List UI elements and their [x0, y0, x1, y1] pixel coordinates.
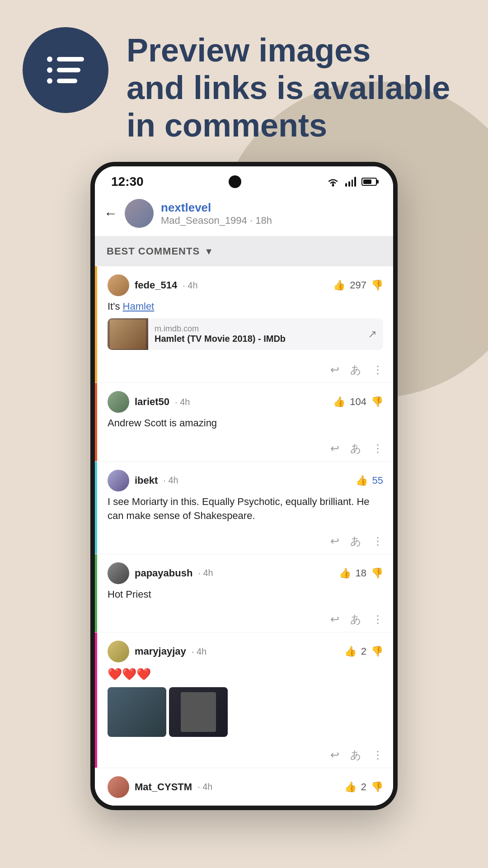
comment-text: I see Moriarty in this. Equally Psychoti…: [108, 495, 383, 523]
thumbdown-icon[interactable]: 👎: [371, 567, 383, 579]
comment-text: Hot Priest: [108, 588, 383, 602]
avatar: [108, 641, 129, 662]
avatar: [108, 391, 129, 413]
translate-icon[interactable]: あ: [350, 534, 361, 548]
comment-votes: 👍 297 👎: [333, 279, 383, 291]
comment-header: maryjayjay · 4h 👍 2 👎: [108, 641, 383, 662]
comment-text: Andrew Scott is amazing: [108, 416, 383, 430]
signal-icon: [345, 177, 356, 187]
comment-content: papayabush · 4h 👍 18 👎 Hot Priest: [95, 554, 393, 610]
comment-username: papayabush: [135, 567, 192, 579]
vote-count: 297: [350, 279, 366, 291]
comment-time: · 4h: [197, 782, 212, 792]
comment-content: fede_514 · 4h 👍 297 👎 It's Hamlet: [95, 266, 393, 360]
vote-count: 2: [361, 781, 366, 793]
image-thumbnail[interactable]: [108, 687, 166, 737]
comment-votes: 👍 55: [356, 475, 383, 486]
reply-icon[interactable]: ↩: [330, 442, 339, 455]
more-icon[interactable]: ⋮: [372, 442, 383, 455]
comment-bar: [95, 554, 97, 632]
more-icon[interactable]: ⋮: [372, 363, 383, 376]
comment-time: · 4h: [192, 646, 206, 657]
post-author-info: nextlevel Mad_Season_1994 · 18h: [161, 201, 382, 226]
reply-icon[interactable]: ↩: [330, 535, 339, 547]
thumbup-icon[interactable]: 👍: [333, 279, 345, 291]
reply-icon[interactable]: ↩: [330, 363, 339, 376]
post-author-avatar: [125, 199, 154, 228]
comment-votes: 👍 18 👎: [339, 567, 383, 579]
vote-count: 55: [372, 475, 383, 486]
translate-icon[interactable]: あ: [350, 441, 361, 456]
avatar: [108, 562, 129, 584]
back-button[interactable]: ←: [104, 206, 117, 221]
comment-user: ibekt · 4h: [108, 470, 178, 491]
external-link-icon[interactable]: ↗: [361, 321, 383, 347]
thumbup-icon[interactable]: 👍: [344, 646, 357, 657]
comment-header: Mat_CYSTM · 4h 👍 2 👎: [108, 776, 383, 798]
comment-bar: [95, 266, 97, 382]
comment-item: papayabush · 4h 👍 18 👎 Hot Priest ↩ あ: [95, 554, 393, 633]
thumbup-icon[interactable]: 👍: [333, 396, 345, 408]
reply-icon[interactable]: ↩: [330, 749, 339, 761]
filter-dropdown-icon: ▼: [204, 246, 213, 257]
post-author-name[interactable]: nextlevel: [161, 201, 382, 215]
comment-content: ibekt · 4h 👍 55 I see Moriarty in this. …: [95, 462, 393, 531]
thumbup-icon[interactable]: 👍: [344, 781, 357, 793]
comment-bar: [95, 462, 97, 554]
image-thumbnail[interactable]: [169, 687, 228, 737]
comment-actions: ↩ あ ⋮: [95, 360, 393, 382]
camera-cutout: [229, 175, 241, 188]
comment-user: Mat_CYSTM · 4h: [108, 776, 212, 798]
phone-mockup-container: 12:30: [0, 162, 488, 810]
comment-text: It's Hamlet: [108, 300, 383, 314]
comment-header: fede_514 · 4h 👍 297 👎: [108, 274, 383, 296]
more-icon[interactable]: ⋮: [372, 613, 383, 626]
comment-header: lariet50 · 4h 👍 104 👎: [108, 391, 383, 413]
wifi-icon: [326, 177, 340, 187]
comment-content: maryjayjay · 4h 👍 2 👎 ❤️❤️❤️: [95, 632, 393, 745]
comment-bar: [95, 383, 97, 461]
comment-header: ibekt · 4h 👍 55: [108, 470, 383, 491]
app-bar: ← nextlevel Mad_Season_1994 · 18h: [95, 193, 393, 236]
hamlet-link[interactable]: Hamlet: [123, 301, 155, 312]
comment-votes: 👍 2 👎: [344, 646, 383, 657]
comment-username: Mat_CYSTM: [135, 781, 192, 793]
comment-content: Mat_CYSTM · 4h 👍 2 👎: [95, 768, 393, 805]
thumbdown-icon[interactable]: 👎: [371, 279, 383, 291]
svg-point-0: [332, 184, 334, 187]
reply-icon[interactable]: ↩: [330, 613, 339, 626]
comment-votes: 👍 2 👎: [344, 781, 383, 793]
comment-header: papayabush · 4h 👍 18 👎: [108, 562, 383, 584]
status-time: 12:30: [111, 175, 144, 189]
comment-content: lariet50 · 4h 👍 104 👎 Andrew Scott is am…: [95, 383, 393, 439]
more-icon[interactable]: ⋮: [372, 535, 383, 547]
more-icon[interactable]: ⋮: [372, 749, 383, 761]
link-domain: m.imdb.com: [155, 324, 355, 334]
comment-username: lariet50: [135, 396, 169, 408]
thumbdown-icon[interactable]: 👎: [371, 646, 383, 657]
battery-icon: [361, 178, 377, 186]
comment-item: ibekt · 4h 👍 55 I see Moriarty in this. …: [95, 462, 393, 554]
header-section: Preview images and links is available in…: [0, 0, 488, 162]
link-preview[interactable]: m.imdb.com Hamlet (TV Movie 2018) - IMDb…: [108, 318, 383, 350]
comment-item: maryjayjay · 4h 👍 2 👎 ❤️❤️❤️: [95, 632, 393, 768]
comment-item: Mat_CYSTM · 4h 👍 2 👎: [95, 768, 393, 806]
translate-icon[interactable]: あ: [350, 363, 361, 377]
comment-time: · 4h: [183, 280, 197, 291]
thumbup-icon[interactable]: 👍: [356, 475, 368, 486]
comments-filter-bar[interactable]: BEST COMMENTS ▼: [95, 236, 393, 266]
translate-icon[interactable]: あ: [350, 748, 361, 762]
translate-icon[interactable]: あ: [350, 612, 361, 627]
image-grid: [108, 687, 383, 737]
vote-count: 2: [361, 646, 366, 657]
post-meta: Mad_Season_1994 · 18h: [161, 215, 382, 226]
comment-user: fede_514 · 4h: [108, 274, 198, 296]
comment-item: lariet50 · 4h 👍 104 👎 Andrew Scott is am…: [95, 383, 393, 462]
comment-username: ibekt: [135, 475, 158, 486]
comments-area: BEST COMMENTS ▼ fede_514 · 4h 👍: [95, 236, 393, 805]
comment-user: maryjayjay · 4h: [108, 641, 206, 662]
thumbup-icon[interactable]: 👍: [339, 567, 351, 579]
header-title: Preview images and links is available in…: [127, 32, 465, 144]
thumbdown-icon[interactable]: 👎: [371, 781, 383, 793]
thumbdown-icon[interactable]: 👎: [371, 396, 383, 408]
